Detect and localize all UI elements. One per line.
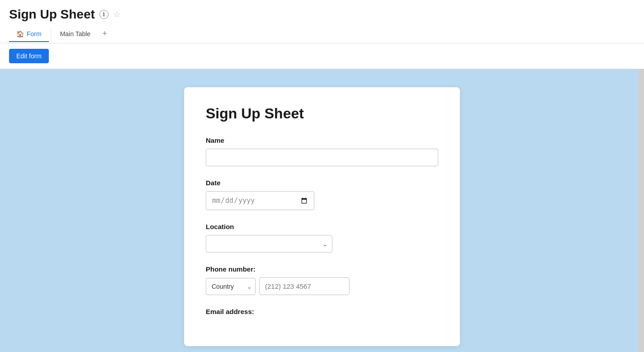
info-icon[interactable]: ℹ	[99, 10, 109, 19]
tab-add[interactable]: +	[98, 25, 112, 43]
date-input[interactable]	[206, 191, 314, 210]
email-label: Email address:	[206, 308, 438, 315]
name-input[interactable]	[206, 149, 438, 166]
header: Sign Up Sheet ℹ ☆ 🏠 Form Main Table +	[0, 0, 644, 43]
tab-form-label: Form	[27, 30, 42, 38]
main-content: Sign Up Sheet Name Date Location ⌄ Phone…	[0, 69, 644, 352]
phone-input[interactable]	[259, 277, 350, 295]
country-select[interactable]: Country US (+1) UK (+44) CA (+1)	[206, 278, 256, 295]
phone-row: Country US (+1) UK (+44) CA (+1) ⌄	[206, 277, 438, 295]
tab-separator	[51, 29, 51, 40]
tab-main-table-label: Main Table	[60, 30, 90, 38]
date-label: Date	[206, 179, 438, 187]
home-icon: 🏠	[16, 30, 24, 38]
tab-form[interactable]: 🏠 Form	[9, 27, 49, 42]
location-field: Location ⌄	[206, 223, 438, 253]
phone-field: Phone number: Country US (+1) UK (+44) C…	[206, 265, 438, 295]
form-title: Sign Up Sheet	[206, 105, 438, 122]
scrollbar[interactable]	[639, 69, 644, 352]
toolbar: Edit form	[0, 43, 644, 69]
location-input[interactable]	[206, 235, 332, 253]
phone-label: Phone number:	[206, 265, 438, 273]
country-select-wrapper: Country US (+1) UK (+44) CA (+1) ⌄	[206, 278, 256, 295]
tab-main-table[interactable]: Main Table	[53, 27, 98, 42]
star-icon[interactable]: ☆	[113, 9, 120, 19]
name-field: Name	[206, 136, 438, 166]
app-title: Sign Up Sheet	[9, 7, 95, 22]
name-label: Name	[206, 136, 438, 144]
form-card: Sign Up Sheet Name Date Location ⌄ Phone…	[184, 87, 460, 346]
title-row: Sign Up Sheet ℹ ☆	[9, 7, 635, 22]
email-field: Email address:	[206, 308, 438, 315]
location-label: Location	[206, 223, 438, 230]
location-wrapper: ⌄	[206, 235, 332, 253]
edit-form-button[interactable]: Edit form	[9, 49, 49, 63]
tabs-row: 🏠 Form Main Table +	[9, 25, 635, 43]
date-field: Date	[206, 179, 438, 210]
